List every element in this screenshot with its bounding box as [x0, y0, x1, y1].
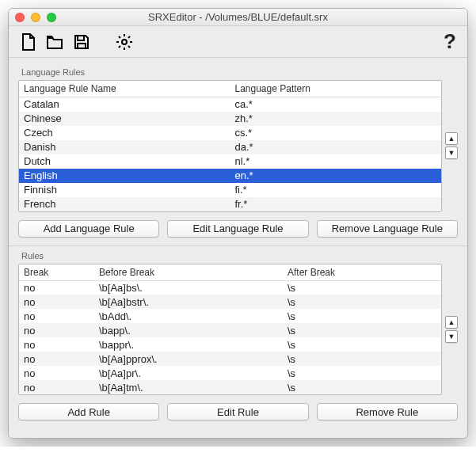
cell-after: \s [283, 309, 441, 323]
remove-language-rule-button[interactable]: Remove Language Rule [317, 220, 458, 238]
cell-after: \s [283, 380, 441, 394]
section-divider [9, 245, 467, 246]
cell-after: \s [283, 280, 441, 295]
settings-button[interactable] [113, 31, 135, 53]
table-row[interactable]: Dutchnl.* [19, 154, 441, 169]
language-rules-label: Language Rules [21, 67, 458, 77]
cell-before: \b[Aa]bs\. [94, 280, 283, 295]
save-icon [72, 32, 91, 51]
svg-point-0 [122, 40, 127, 44]
app-window: SRXEditor - /Volumes/BLUE/default.srx ? … [8, 8, 468, 439]
rules-group: Rules Break Before Break After Break no\… [18, 251, 458, 421]
cell-after: \s [283, 366, 441, 380]
cell-pattern: cs.* [230, 126, 442, 140]
rules-label: Rules [21, 251, 458, 261]
save-file-button[interactable] [70, 31, 93, 53]
table-row[interactable]: no\b[Aa]pprox\.\s [19, 352, 441, 366]
cell-name: Danish [19, 140, 230, 154]
cell-before: \bAdd\. [94, 309, 283, 323]
cell-name: Finnish [19, 183, 230, 197]
folder-open-icon [45, 32, 64, 51]
cell-name: Czech [19, 126, 230, 140]
cell-name: Dutch [19, 154, 230, 169]
cell-after: \s [283, 295, 441, 309]
cell-break: no [19, 366, 94, 380]
cell-before: \bapp\. [94, 323, 283, 337]
cell-name: French [19, 197, 230, 211]
table-row[interactable]: Frenchfr.* [19, 197, 441, 211]
file-icon [18, 32, 37, 51]
table-row[interactable]: no\b[Aa]tm\.\s [19, 380, 441, 394]
cell-break: no [19, 309, 94, 323]
cell-break: no [19, 280, 94, 295]
edit-language-rule-button[interactable]: Edit Language Rule [167, 220, 308, 238]
open-file-button[interactable] [44, 31, 66, 53]
table-row[interactable]: no\bappr\.\s [19, 337, 441, 352]
window-controls [15, 13, 56, 22]
minimize-icon[interactable] [31, 13, 40, 22]
cell-before: \b[Aa]pr\. [94, 366, 283, 380]
table-row[interactable]: no\b[Aa]pr\.\s [19, 366, 441, 380]
table-row[interactable]: Danishda.* [19, 140, 441, 154]
cell-pattern: en.* [230, 169, 442, 183]
toolbar: ? [9, 26, 467, 58]
cell-pattern: zh.* [230, 112, 442, 126]
cell-after: \s [283, 323, 441, 337]
col-header-pattern[interactable]: Language Pattern [230, 81, 442, 97]
cell-after: \s [283, 337, 441, 352]
col-header-break[interactable]: Break [19, 264, 94, 281]
cell-name: English [19, 169, 230, 183]
close-icon[interactable] [15, 13, 25, 22]
table-row[interactable]: Catalanca.* [19, 97, 441, 112]
cell-pattern: da.* [230, 140, 442, 154]
table-row[interactable]: Englishen.* [19, 169, 441, 183]
cell-break: no [19, 352, 94, 366]
cell-pattern: fi.* [230, 183, 442, 197]
add-language-rule-button[interactable]: Add Language Rule [18, 220, 159, 238]
zoom-icon[interactable] [47, 13, 56, 22]
rules-table[interactable]: Break Before Break After Break no\b[Aa]b… [18, 264, 442, 396]
remove-rule-button[interactable]: Remove Rule [317, 403, 458, 420]
table-row[interactable]: Chinesezh.* [19, 112, 441, 126]
table-row[interactable]: no\bAdd\.\s [19, 309, 441, 323]
cell-break: no [19, 380, 94, 394]
help-button[interactable]: ? [440, 29, 459, 54]
new-file-button[interactable] [17, 31, 39, 53]
col-header-name[interactable]: Language Rule Name [19, 81, 230, 97]
cell-pattern: nl.* [230, 154, 442, 169]
cell-break: no [19, 337, 94, 352]
table-row[interactable]: Finnishfi.* [19, 183, 441, 197]
cell-name: Chinese [19, 112, 230, 126]
rules-scroll-arrows: ▲ ▼ [445, 264, 458, 396]
cell-before: \b[Aa]bstr\. [94, 295, 283, 309]
col-header-after[interactable]: After Break [283, 264, 441, 281]
table-row[interactable]: no\b[Aa]bstr\.\s [19, 295, 441, 309]
move-up-button[interactable]: ▲ [445, 132, 458, 145]
content-area: Language Rules Language Rule Name Langua… [9, 58, 467, 438]
cell-break: no [19, 295, 94, 309]
language-scroll-arrows: ▲ ▼ [445, 80, 458, 212]
cell-before: \b[Aa]tm\. [94, 380, 283, 394]
language-rules-group: Language Rules Language Rule Name Langua… [18, 67, 458, 238]
cell-before: \b[Aa]pprox\. [94, 352, 283, 366]
table-row[interactable]: no\b[Aa]bs\.\s [19, 280, 441, 295]
cell-pattern: fr.* [230, 197, 442, 211]
table-row[interactable]: Czechcs.* [19, 126, 441, 140]
add-rule-button[interactable]: Add Rule [18, 403, 159, 420]
table-row[interactable]: no\bapp\.\s [19, 323, 441, 337]
cell-after: \s [283, 352, 441, 366]
titlebar: SRXEditor - /Volumes/BLUE/default.srx [9, 9, 467, 26]
move-down-button[interactable]: ▼ [445, 146, 458, 159]
rule-move-down-button[interactable]: ▼ [445, 330, 458, 343]
cell-pattern: ca.* [230, 97, 442, 112]
window-title: SRXEditor - /Volumes/BLUE/default.srx [9, 11, 467, 23]
col-header-before[interactable]: Before Break [94, 264, 283, 281]
language-rules-table[interactable]: Language Rule Name Language Pattern Cata… [18, 80, 442, 212]
edit-rule-button[interactable]: Edit Rule [167, 403, 308, 420]
gear-icon [115, 32, 134, 51]
cell-name: Catalan [19, 97, 230, 112]
cell-break: no [19, 323, 94, 337]
rule-move-up-button[interactable]: ▲ [445, 316, 458, 329]
cell-before: \bappr\. [94, 337, 283, 352]
